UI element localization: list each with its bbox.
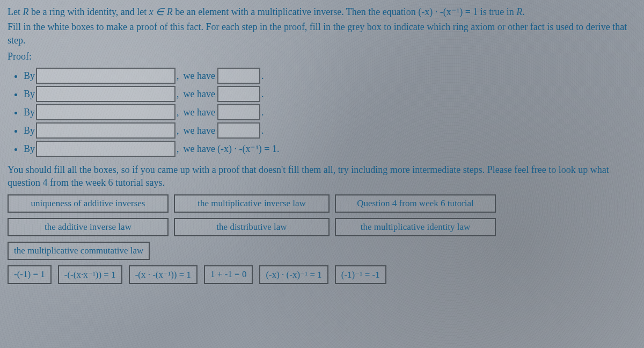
choice-additive-inverse-law[interactable]: the additive inverse law [8,218,169,236]
hint-text: You should fill all the boxes, so if you… [8,163,636,190]
choice-question-4-week-6[interactable]: Question 4 from week 6 tutorial [335,194,496,213]
comma: , [177,86,179,102]
problem-statement-line2: Fill in the white boxes to make a proof … [8,20,636,47]
choice-math-negx-negx-inv[interactable]: (-x) · (-x)⁻¹ = 1 [259,265,328,284]
choice-math-neg1-inv[interactable]: (-1)⁻¹ = -1 [335,265,386,284]
txt: Let [8,6,23,17]
choice-math-neg-x-neg-xinv[interactable]: -(x · -(x⁻¹)) = 1 [129,265,197,284]
txt: be a ring with identity, and let [29,6,149,17]
we-have-label: we have [184,122,215,139]
choice-uniqueness-additive-inverses[interactable]: uniqueness of additive inverses [8,194,169,213]
by-label: By [24,122,35,139]
by-label: By [24,104,35,120]
by-label: By [24,68,35,84]
by-label: By [24,86,35,102]
choice-multiplicative-identity-law[interactable]: the multiplicative identity law [335,218,496,236]
ring-R: R [516,6,522,17]
choices-row-2: the additive inverse law the distributiv… [8,218,636,236]
proof-step-5: By , we have (-x) · -(x⁻¹) = 1. [24,141,636,157]
ring-R: R [23,6,29,17]
by-label: By [24,141,35,157]
result-final: (-x) · -(x⁻¹) = 1. [217,141,280,157]
choice-math-neg-neg-xxinv[interactable]: -(-(x·x⁻¹)) = 1 [58,265,122,284]
comma: , [177,122,179,139]
comma: , [177,141,179,157]
period: . [261,86,264,102]
choice-math-1-plus-neg1[interactable]: 1 + -1 = 0 [204,265,253,284]
period: . [261,122,264,139]
choice-multiplicative-inverse-law[interactable]: the multiplicative inverse law [174,194,330,213]
we-have-label: we have [184,104,215,120]
proof-steps-list: By , we have . By , we have . By , [24,68,636,157]
proof-step-3: By , we have . [24,104,636,120]
proof-step-1: By , we have . [24,68,636,84]
reason-input-4[interactable] [36,122,175,139]
we-have-label: we have [184,68,215,84]
main-equation: (-x) · -(x⁻¹) = 1 [418,6,478,17]
result-input-1[interactable] [217,68,260,84]
choices-math-row: -(-1) = 1 -(-(x·x⁻¹)) = 1 -(x · -(x⁻¹)) … [8,265,636,284]
txt: be an element with a multiplicative inve… [173,6,419,17]
choices-area: uniqueness of additive inverses the mult… [8,194,636,284]
txt: is true in [478,6,516,17]
reason-input-2[interactable] [36,86,175,102]
reason-input-3[interactable] [36,104,175,120]
we-have-label: we have [184,141,215,157]
proof-step-4: By , we have . [24,122,636,139]
choices-row-3: the multiplicative commutative law [8,242,636,260]
result-input-4[interactable] [217,122,260,139]
choices-row-1: uniqueness of additive inverses the mult… [8,194,636,213]
choice-multiplicative-commutative-law[interactable]: the multiplicative commutative law [8,242,150,260]
reason-input-5[interactable] [36,141,175,157]
period: . [261,104,264,120]
comma: , [177,68,179,84]
problem-statement-line1: Let R be a ring with identity, and let x… [8,5,636,18]
comma: , [177,104,179,120]
result-input-2[interactable] [217,86,260,102]
proof-label: Proof: [8,51,636,62]
x-in-R: x ∈ R [149,6,173,17]
txt: . [522,6,525,17]
period: . [261,68,264,84]
proof-step-2: By , we have . [24,86,636,102]
result-input-3[interactable] [217,104,260,120]
choice-math-neg-neg-1[interactable]: -(-1) = 1 [8,265,52,284]
reason-input-1[interactable] [36,68,175,84]
choice-distributive-law[interactable]: the distributive law [174,218,330,236]
we-have-label: we have [184,86,215,102]
